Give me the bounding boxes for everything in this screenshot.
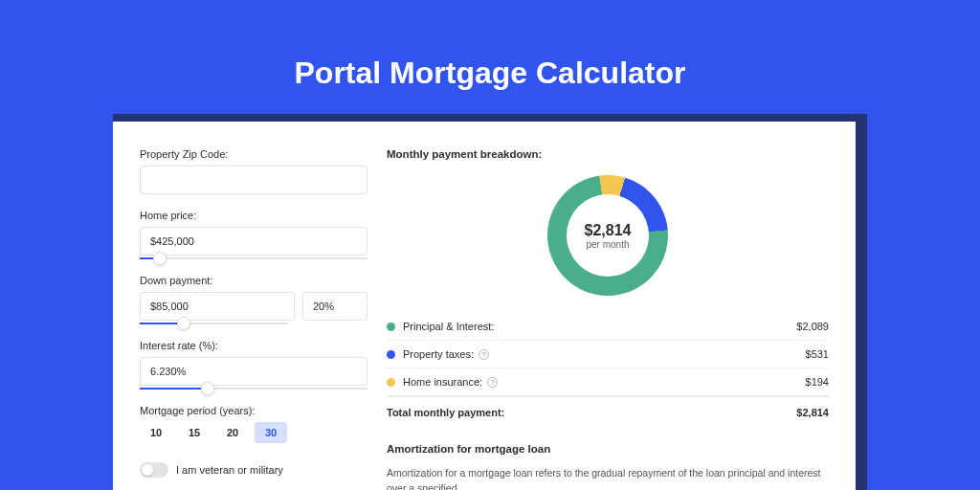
- down-payment-label: Down payment:: [140, 275, 368, 286]
- slider-thumb[interactable]: [153, 252, 167, 265]
- legend-text: Principal & Interest:: [403, 321, 494, 332]
- card-shadow: Property Zip Code: Home price: Down paym…: [113, 114, 867, 490]
- veteran-label: I am veteran or military: [176, 464, 283, 476]
- legend-text: Home insurance:: [403, 376, 482, 388]
- legend-value: $531: [806, 348, 829, 360]
- period-options: 10 15 20 30: [140, 422, 368, 443]
- info-icon[interactable]: ?: [479, 349, 489, 360]
- donut-center: $2,814 per month: [567, 194, 649, 277]
- interest-group: Interest rate (%):: [140, 340, 368, 390]
- down-payment-group: Down payment:: [140, 275, 368, 324]
- legend-dot: [387, 378, 395, 387]
- legend-label: Property taxes: ?: [403, 348, 806, 360]
- interest-input[interactable]: [140, 357, 368, 386]
- legend-row-ins: Home insurance: ? $194: [387, 368, 829, 396]
- legend-dot: [387, 323, 395, 331]
- veteran-row: I am veteran or military: [140, 462, 368, 478]
- amortization-text: Amortization for a mortgage loan refers …: [387, 466, 829, 490]
- legend-value: $2,089: [796, 321, 829, 332]
- zip-label: Property Zip Code:: [140, 148, 368, 160]
- calculator-card: Property Zip Code: Home price: Down paym…: [113, 122, 856, 490]
- total-value: $2,814: [796, 407, 829, 418]
- donut-value: $2,814: [585, 222, 632, 239]
- legend-row-pi: Principal & Interest: $2,089: [387, 313, 829, 341]
- down-payment-slider[interactable]: [140, 323, 288, 324]
- zip-input[interactable]: [140, 166, 368, 194]
- legend-text: Property taxes:: [403, 348, 474, 360]
- amortization-title: Amortization for mortgage loan: [387, 443, 829, 455]
- home-price-slider[interactable]: [140, 257, 368, 259]
- interest-label: Interest rate (%):: [140, 340, 368, 351]
- page-title: Portal Mortgage Calculator: [295, 56, 686, 91]
- slider-thumb[interactable]: [177, 317, 190, 330]
- total-label: Total monthly payment:: [387, 407, 796, 418]
- donut-chart: $2,814 per month: [547, 175, 668, 296]
- legend-label: Principal & Interest:: [403, 321, 796, 332]
- zip-group: Property Zip Code:: [140, 148, 368, 194]
- period-btn-15[interactable]: 15: [178, 422, 211, 443]
- period-group: Mortgage period (years): 10 15 20 30: [140, 405, 368, 443]
- slider-thumb[interactable]: [201, 382, 214, 395]
- down-payment-pct-input[interactable]: [302, 292, 368, 321]
- slider-fill: [140, 388, 208, 390]
- legend-label: Home insurance: ?: [403, 376, 806, 388]
- interest-slider[interactable]: [140, 388, 368, 390]
- donut-wrap: $2,814 per month: [387, 169, 829, 313]
- breakdown-title: Monthly payment breakdown:: [387, 148, 829, 160]
- period-btn-10[interactable]: 10: [140, 422, 172, 443]
- home-price-label: Home price:: [140, 210, 368, 221]
- down-payment-input[interactable]: [140, 292, 295, 321]
- period-btn-20[interactable]: 20: [216, 422, 249, 443]
- legend-dot: [387, 350, 395, 359]
- period-btn-30[interactable]: 30: [255, 422, 287, 443]
- legend-value: $194: [806, 376, 829, 388]
- breakdown-panel: Monthly payment breakdown: $2,814 per mo…: [387, 148, 829, 490]
- period-label: Mortgage period (years):: [140, 405, 368, 416]
- info-icon[interactable]: ?: [487, 377, 498, 388]
- legend-row-tax: Property taxes: ? $531: [387, 341, 829, 368]
- legend-total-row: Total monthly payment: $2,814: [387, 396, 829, 418]
- donut-sub: per month: [586, 239, 629, 250]
- veteran-toggle[interactable]: [140, 462, 168, 478]
- home-price-input[interactable]: [140, 227, 368, 256]
- form-panel: Property Zip Code: Home price: Down paym…: [140, 148, 368, 490]
- home-price-group: Home price:: [140, 210, 368, 259]
